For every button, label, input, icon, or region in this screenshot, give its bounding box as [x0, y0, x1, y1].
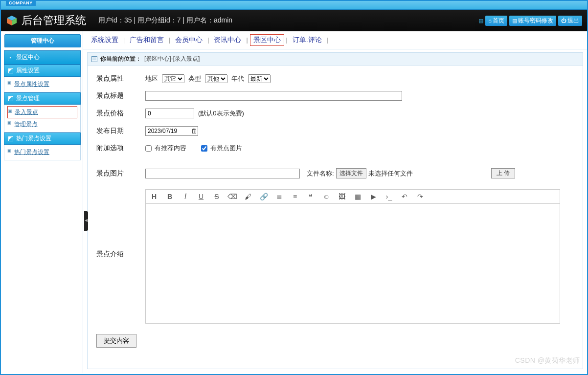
label-image: 景点图片 [96, 169, 145, 178]
calendar-icon[interactable]: 🗓 [191, 128, 198, 135]
type-select[interactable]: 其他 [205, 74, 227, 83]
sidebar-section-label: 属性设置 [16, 66, 40, 75]
logout-link-label: 退出 [567, 17, 579, 25]
breadcrumb-prefix: 你当前的位置： [100, 55, 141, 63]
code-icon[interactable]: ›_ [384, 193, 393, 200]
type-label: 类型 [188, 74, 201, 83]
sidebar-item-add-spot[interactable]: 录入景点 [7, 106, 77, 118]
power-icon: ⏻ [561, 18, 566, 23]
image-icon[interactable]: 🖼 [338, 193, 346, 200]
image-path-input[interactable] [145, 169, 300, 178]
topnav-news[interactable]: 资讯中心 [211, 35, 244, 45]
grid-icon [8, 55, 13, 60]
upload-button[interactable]: 上 传 [491, 168, 515, 178]
sidebar-top-title: 管理中心 [4, 34, 81, 47]
content: 景点属性 地区 其它 类型 其他 年代 最新 景点标题 [87, 66, 583, 369]
section-icon [8, 68, 13, 73]
topnav: 系统设置| 广告和留言| 会员中心| 资讯中心| 景区中心| 订单.评论| [83, 31, 587, 49]
label-price: 景点价格 [96, 109, 145, 118]
label-date: 发布日期 [96, 127, 145, 135]
user-info: 用户id：35 | 用户分组id：7 | 用户名：admin [98, 16, 232, 25]
price-input[interactable] [145, 109, 194, 118]
logo-cube-icon [6, 15, 18, 26]
app-title: 后台管理系统 [22, 13, 86, 28]
emoji-icon[interactable]: ☺ [322, 193, 331, 200]
sidebar-section-attr[interactable]: 属性设置 [4, 65, 81, 77]
desc-textarea[interactable] [145, 203, 560, 324]
undo-icon[interactable]: ↶ [400, 193, 409, 200]
sidebar-collapse-handle[interactable] [84, 211, 88, 231]
recommend-checkbox[interactable] [145, 145, 152, 152]
label-attr: 景点属性 [96, 74, 145, 83]
password-link[interactable]: ▤账号密码修改 [509, 16, 556, 26]
file-label: 文件名称: [307, 169, 334, 178]
sidebar-item-manage-spot[interactable]: 管理景点 [7, 118, 77, 131]
password-link-label: 账号密码修改 [518, 17, 553, 25]
label-options: 附加选项 [96, 144, 145, 153]
doc-icon [91, 56, 97, 62]
section-icon [8, 136, 13, 141]
align-icon[interactable]: ≡ [291, 193, 299, 200]
window-titlebar [1, 1, 587, 10]
section-icon [8, 96, 13, 101]
has-image-checkbox[interactable] [201, 145, 207, 152]
region-label: 地区 [145, 74, 158, 83]
video-icon[interactable]: ▶ [369, 193, 378, 200]
italic-icon[interactable]: I [181, 193, 190, 200]
region-select[interactable]: 其它 [162, 74, 184, 83]
topnav-system[interactable]: 系统设置 [88, 35, 121, 45]
erase-icon[interactable]: ⌫ [228, 193, 237, 200]
date-input[interactable] [145, 126, 198, 136]
choose-file-button[interactable]: 选择文件 [336, 168, 366, 178]
era-select[interactable]: 最新 [248, 74, 271, 83]
home-link-label: 首页 [493, 17, 504, 25]
menu-icon[interactable]: ▤ [478, 18, 483, 24]
bold-icon[interactable]: B [165, 193, 174, 200]
list-icon[interactable]: ≣ [275, 193, 284, 200]
sidebar-item-attr-settings[interactable]: 景点属性设置 [7, 78, 77, 90]
home-icon: ⌂ [488, 18, 492, 23]
link-icon[interactable]: 🔗 [259, 193, 268, 200]
has-image-label: 有景点图片 [210, 144, 242, 153]
home-link[interactable]: ⌂首页 [485, 16, 507, 26]
sidebar-item-hot-settings[interactable]: 热门景点设置 [7, 146, 77, 158]
topnav-ads[interactable]: 广告和留言 [127, 35, 167, 45]
sidebar-section-label: 热门景点设置 [16, 134, 51, 143]
title-input[interactable] [145, 91, 402, 101]
label-desc: 景点介绍 [96, 186, 145, 259]
heading-icon[interactable]: H [150, 193, 158, 200]
era-label: 年代 [231, 74, 244, 83]
editor-toolbar: H B I U S ⌫ 🖌 🔗 ≣ ≡ ❝ ☺ 🖼 [145, 189, 560, 203]
topnav-order[interactable]: 订单.评论 [290, 35, 325, 45]
logout-link[interactable]: ⏻退出 [558, 16, 582, 26]
breadcrumb: 你当前的位置： [景区中心]-[录入景点] [87, 52, 583, 66]
sidebar-section-label: 景点管理 [16, 94, 40, 103]
breadcrumb-path: [景区中心]-[录入景点] [144, 55, 200, 63]
brush-icon[interactable]: 🖌 [244, 193, 252, 200]
doc-icon: ▤ [512, 18, 517, 24]
price-hint: (默认0表示免费) [198, 109, 244, 118]
quote-icon[interactable]: ❝ [306, 193, 315, 200]
submit-button[interactable]: 提交内容 [96, 334, 136, 348]
sidebar-module-label: 景区中心 [16, 53, 40, 62]
topnav-member[interactable]: 会员中心 [172, 35, 205, 45]
header: 后台管理系统 用户id：35 | 用户分组id：7 | 用户名：admin ▤ … [1, 10, 587, 31]
sidebar-section-manage[interactable]: 景点管理 [4, 92, 81, 105]
topnav-scenic[interactable]: 景区中心 [250, 34, 284, 46]
strike-icon[interactable]: S [212, 193, 221, 200]
recommend-label: 有推荐内容 [155, 144, 186, 153]
sidebar-module-title[interactable]: 景区中心 [4, 50, 81, 65]
sidebar-section-hot[interactable]: 热门景点设置 [4, 132, 81, 145]
sidebar: 管理中心 景区中心 属性设置 景点属性设置 景点管理 录入景点 管理景点 [1, 31, 83, 373]
table-icon[interactable]: ▦ [353, 193, 362, 200]
no-file-text: 未选择任何文件 [368, 169, 413, 178]
redo-icon[interactable]: ↷ [416, 193, 425, 200]
company-tag: COMPANY [6, 0, 36, 6]
underline-icon[interactable]: U [197, 193, 205, 200]
label-title: 景点标题 [96, 91, 145, 100]
